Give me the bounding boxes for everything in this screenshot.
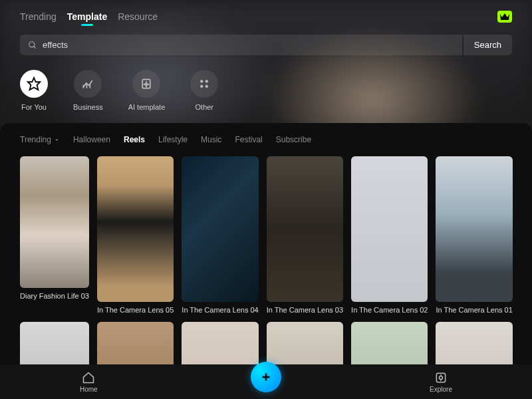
plus-icon — [259, 370, 273, 384]
svg-point-10 — [205, 85, 208, 88]
svg-line-1 — [34, 46, 36, 48]
filter-music[interactable]: Music — [201, 135, 221, 144]
home-icon — [82, 371, 95, 384]
category-label: Other — [196, 103, 214, 111]
template-title: In The Camera Lens 04 — [182, 306, 258, 314]
filter-subscribe[interactable]: Subscribe — [276, 135, 311, 144]
category-other[interactable]: Other — [190, 70, 218, 111]
sort-label: Trending — [20, 135, 51, 144]
sort-dropdown[interactable]: Trending — [20, 135, 60, 144]
filter-reels[interactable]: Reels — [124, 135, 145, 144]
svg-point-9 — [201, 85, 203, 88]
template-title: In The Camera Lens 02 — [351, 306, 428, 314]
category-label: Business — [73, 103, 103, 111]
template-grid: Diary Fashion Life 03 In The Camera Lens… — [20, 156, 512, 389]
nav-label: Explore — [430, 386, 452, 393]
nav-home[interactable]: Home — [80, 371, 98, 393]
template-title: In The Camera Lens 05 — [97, 306, 174, 314]
search-input[interactable] — [43, 40, 454, 50]
svg-point-12 — [440, 376, 443, 379]
template-card[interactable]: Diary Fashion Life 03 — [20, 156, 89, 314]
template-card[interactable]: In The Camera Lens 02 — [351, 156, 428, 314]
create-button[interactable] — [251, 362, 281, 392]
template-card[interactable]: In The Camera Lens 05 — [97, 156, 174, 314]
category-label: For You — [21, 103, 47, 111]
template-title: In The Camera Lens 01 — [436, 306, 512, 314]
explore-icon — [434, 371, 448, 384]
category-for-you[interactable]: For You — [20, 70, 48, 111]
nav-label: Home — [80, 386, 98, 393]
template-card[interactable]: In The Camera Lens 04 — [182, 156, 258, 314]
premium-icon[interactable] — [497, 11, 512, 23]
tab-resource[interactable]: Resource — [118, 11, 158, 22]
svg-point-7 — [201, 80, 203, 82]
template-thumbnail — [182, 156, 258, 302]
nav-explore[interactable]: Explore — [430, 371, 452, 393]
filter-row: Trending Halloween Reels Lifestyle Music… — [20, 135, 512, 144]
category-business[interactable]: Business — [73, 70, 103, 111]
template-thumbnail — [97, 156, 174, 302]
template-title: In The Camera Lens 03 — [267, 306, 343, 314]
main-panel: Trending Halloween Reels Lifestyle Music… — [0, 123, 532, 389]
template-title: Diary Fashion Life 03 — [20, 292, 89, 300]
svg-point-8 — [205, 80, 208, 82]
tab-template[interactable]: Template — [67, 11, 107, 22]
template-thumbnail — [436, 156, 512, 302]
top-nav: Trending Template Resource — [0, 0, 532, 28]
template-thumbnail — [20, 156, 89, 288]
template-thumbnail — [267, 156, 343, 302]
search-button[interactable]: Search — [464, 35, 512, 55]
svg-marker-2 — [28, 78, 40, 90]
grid-icon — [190, 70, 218, 98]
filter-halloween[interactable]: Halloween — [73, 135, 110, 144]
template-card[interactable]: In The Camera Lens 01 — [436, 156, 512, 314]
template-thumbnail — [351, 156, 428, 302]
filter-lifestyle[interactable]: Lifestyle — [158, 135, 188, 144]
chevron-down-icon — [54, 137, 60, 143]
template-card[interactable]: In The Camera Lens 03 — [267, 156, 343, 314]
category-label: AI template — [128, 103, 166, 111]
star-icon — [20, 70, 48, 98]
category-row: For You Business AI template Other — [0, 55, 532, 118]
search-box[interactable] — [20, 35, 462, 55]
svg-point-0 — [29, 41, 35, 47]
search-row: Search — [0, 28, 532, 55]
search-icon — [28, 41, 37, 50]
category-ai-template[interactable]: AI template — [128, 70, 166, 111]
chart-icon — [74, 70, 102, 98]
filter-festival[interactable]: Festival — [235, 135, 262, 144]
sparkle-icon — [132, 70, 160, 98]
tab-trending[interactable]: Trending — [20, 11, 57, 22]
